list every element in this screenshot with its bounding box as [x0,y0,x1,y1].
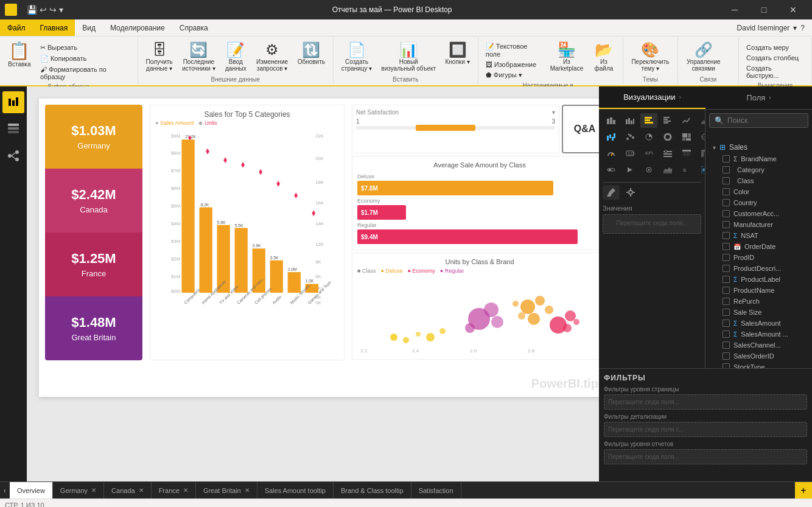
values-drop-zone[interactable]: Перетащите сюда поля... [603,214,701,234]
field-stocktype[interactable]: StockType [710,362,807,368]
format-paint-icon[interactable] [603,185,620,200]
new-column-button[interactable]: Создать столбец [743,53,808,63]
viz-play-axis[interactable] [621,163,639,177]
edit-queries-button[interactable]: ⚙ Изменениезапросов ▾ [252,40,292,74]
help-icon[interactable]: ? [800,24,805,32]
viz-scatter[interactable] [621,130,639,144]
field-prodid[interactable]: ProdID [710,252,807,263]
viz-special3[interactable]: R [697,163,705,177]
menu-view[interactable]: Вид [75,19,103,36]
minimize-button[interactable]: ─ [721,0,749,19]
insert-button[interactable]: 📋 Вставка [4,40,35,70]
maximize-button[interactable]: □ [750,0,778,19]
menu-modeling[interactable]: Моделирование [103,19,172,36]
tab-scroll-left[interactable]: ‹ [0,486,10,495]
field-class[interactable]: Class [710,175,807,186]
field-orderdate[interactable]: 📅 OrderDate [710,241,807,252]
user-arrow[interactable]: ▾ [793,24,797,32]
tab-canada[interactable]: Canada ✕ [104,482,152,499]
viz-stacked-bar[interactable] [603,113,620,128]
field-productlabel[interactable]: Σ ProductLabel [710,274,807,285]
viz-stacked-bar-h[interactable] [640,113,657,128]
menu-help[interactable]: Справка [172,19,215,36]
tab-gb-close[interactable]: ✕ [245,487,250,494]
viz-card[interactable]: 123 [621,146,639,161]
image-button[interactable]: 🖼 Изображение [482,60,545,69]
title-bar-controls[interactable]: 💾 ↩ ↪ ▾ [27,5,63,15]
viz-treemap[interactable] [678,130,695,144]
tab-sales-tooltip[interactable]: Sales Amount tooltip [257,482,334,499]
viz-gauge[interactable] [603,146,620,161]
field-salesamount2[interactable]: Σ SalesAmount ... [710,329,807,340]
text-box-button[interactable]: 📝 Текстовое поле [482,41,545,59]
search-input[interactable] [727,116,812,125]
new-page-button[interactable]: 📄 Создатьстраницу ▾ [337,40,376,74]
marketplace-button[interactable]: 🏪 ИзMarketplace [546,40,587,74]
redo-icon[interactable]: ↪ [49,5,57,15]
field-repurch[interactable]: RePurch [710,296,807,307]
net-sat-arrow[interactable]: ▾ [552,109,555,116]
field-productname[interactable]: ProductName [710,285,807,296]
quick-measure-button[interactable]: Создать быструю... [743,63,808,80]
field-group-sales-header[interactable]: ▾ ⊞ Sales [710,141,807,153]
viz-panel-tab[interactable]: Визуализации › [599,86,705,109]
viz-drill-through[interactable] [640,163,657,177]
viz-map[interactable] [697,130,705,144]
viz-clustered-bar[interactable] [621,113,639,128]
tab-germany-close[interactable]: ✕ [91,487,96,494]
new-measure-button[interactable]: Создать меру [743,43,808,52]
fields-arrow[interactable]: › [769,94,771,101]
tab-satisfaction[interactable]: Satisfaction [411,482,461,499]
report-canvas[interactable]: $1.03M Germany $2.42M Canada $1.25M Fran… [39,99,599,397]
field-country[interactable]: Country [710,197,807,208]
tab-germany[interactable]: Germany ✕ [53,482,104,499]
close-button[interactable]: ✕ [779,0,807,19]
filter-report-drop[interactable]: Перетащите сюда поля... [604,449,807,464]
dropdown-icon[interactable]: ▾ [59,5,63,15]
field-checkbox[interactable] [723,155,730,163]
viz-line[interactable] [678,113,695,128]
viz-field-params[interactable] [603,163,620,177]
fields-panel-tab[interactable]: Поля › [705,86,812,109]
tab-overview[interactable]: Overview [10,482,53,499]
viz-waterfall[interactable] [603,130,620,144]
field-category[interactable]: Category [710,164,807,175]
fields-search-box[interactable]: 🔍 [709,113,808,128]
tab-brand-class[interactable]: Brand & Class tooltip [334,482,411,499]
manage-relationships-button[interactable]: 🔗 Управлениесвязями [682,40,726,74]
tab-france[interactable]: France ✕ [152,482,196,499]
from-file-button[interactable]: 📂 Изфайла [589,40,619,74]
field-nsat[interactable]: Σ NSAT [710,230,807,241]
field-customeracc[interactable]: CustomerAcc... [710,208,807,219]
add-tab-button[interactable]: + [795,482,812,499]
field-manufacturer[interactable]: Manufacturer [710,219,807,230]
filter-page-drop[interactable]: Перетащите сюда поля... [604,394,807,410]
tab-canada-close[interactable]: ✕ [139,487,144,494]
copy-button[interactable]: 📄 Копировать [37,54,134,64]
sidebar-report-icon[interactable] [2,91,24,113]
field-salesorderid[interactable]: SalesOrderID [710,351,807,362]
refresh-button[interactable]: 🔃 Обновить [293,40,329,68]
buttons-button[interactable]: 🔲 Кнопки ▾ [441,40,474,68]
field-productdescri[interactable]: ProductDescri... [710,263,807,274]
viz-clustered-bar-h[interactable] [659,113,676,128]
viz-special2[interactable]: ≡ [678,163,695,177]
cut-button[interactable]: ✂ Вырезать [37,43,134,53]
viz-slicer[interactable] [659,146,676,161]
save-icon[interactable]: 💾 [27,5,37,15]
field-brand-name[interactable]: Σ BrandName [710,153,807,164]
tab-great-britain[interactable]: Great Britain ✕ [196,482,257,499]
field-color[interactable]: Color [710,186,807,197]
viz-arrow[interactable]: › [679,94,681,100]
window-controls[interactable]: ─ □ ✕ [721,0,807,19]
field-salesize[interactable]: Sale Size [710,307,807,318]
format-painter-button[interactable]: 🖌 Форматировать по образцу [37,65,134,82]
sidebar-model-icon[interactable] [2,145,24,167]
switch-theme-button[interactable]: 🎨 Переключитьтему ▾ [627,40,674,74]
enter-data-button[interactable]: 📝 Вводданных [220,40,251,74]
qa-button[interactable]: Q&A [562,105,599,153]
sidebar-data-icon[interactable] [2,118,24,140]
field-saleschannel[interactable]: SalesChannel... [710,340,807,351]
viz-kpi[interactable]: KPI [640,146,657,161]
viz-donut[interactable] [659,130,676,144]
